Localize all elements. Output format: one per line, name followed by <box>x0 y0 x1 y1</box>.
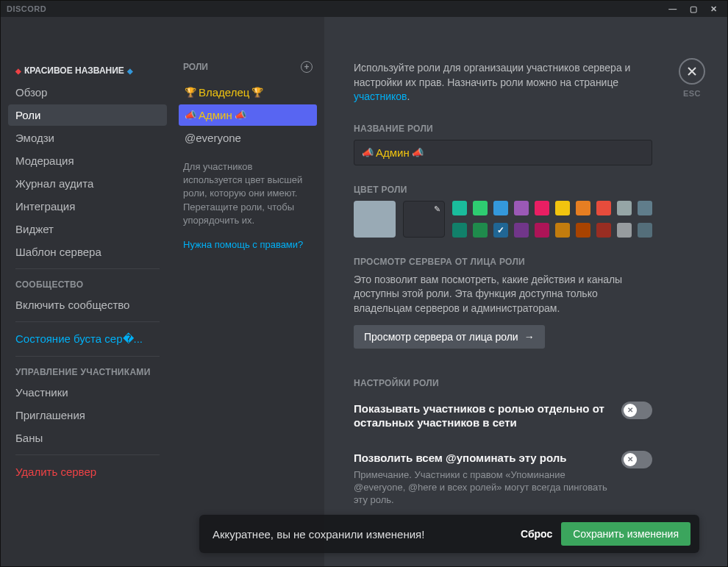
pencil-icon: ✎ <box>434 204 440 214</box>
setting-hoist-label: Показывать участников с ролью отдельно о… <box>354 402 621 430</box>
color-swatch[interactable] <box>473 223 488 238</box>
color-swatches-grid <box>452 201 652 238</box>
color-swatch[interactable] <box>555 201 570 215</box>
color-swatch[interactable] <box>473 201 488 215</box>
divider <box>15 356 160 357</box>
megaphone-icon: 📣 <box>412 147 424 158</box>
content: ◆ КРАСИВОЕ НАЗВАНИЕ ◆ Обзор Роли Эмодзи … <box>1 17 727 566</box>
role-color-picker: ✎ <box>354 201 652 238</box>
color-swatch[interactable] <box>576 223 590 238</box>
role-settings-panel: ESC Используйте роли для организации уча… <box>324 17 727 566</box>
sidebar-item-invites[interactable]: Приглашения <box>8 404 167 426</box>
color-swatch[interactable] <box>452 201 467 215</box>
color-swatch[interactable] <box>638 223 652 238</box>
color-swatch[interactable] <box>514 223 529 238</box>
role-name-input[interactable]: 📣 Админ 📣 <box>354 140 652 165</box>
sidebar-item-integrations[interactable]: Интеграция <box>8 196 167 217</box>
megaphone-icon: 📣 <box>362 147 374 158</box>
maximize-button[interactable]: ▢ <box>683 1 704 17</box>
roles-help-link[interactable]: Нужна помощь с правами? <box>179 239 317 250</box>
members-header: УПРАВЛЕНИЕ УЧАСТНИКАМИ <box>8 363 167 382</box>
sidebar-item-delete-server[interactable]: Удалить сервер <box>8 461 167 482</box>
setting-mentionable-label: Позволить всем @упоминать эту роль Приме… <box>354 451 621 507</box>
role-settings-header: НАСТРОЙКИ РОЛИ <box>354 378 698 388</box>
roles-intro-text: Используйте роли для организации участни… <box>354 61 698 104</box>
close-settings-button[interactable]: ESC <box>679 58 705 98</box>
color-swatch[interactable] <box>493 201 508 215</box>
color-swatch[interactable] <box>555 223 570 238</box>
roles-list-column: РОЛИ + 🏆 Владелец 🏆 📣 Админ 📣 @everyone … <box>171 17 324 566</box>
color-swatch[interactable] <box>493 223 508 238</box>
role-item-everyone[interactable]: @everyone <box>179 127 317 149</box>
color-swatch[interactable] <box>617 223 632 238</box>
setting-hoist-row: Показывать участников с ролью отдельно о… <box>354 402 652 430</box>
role-color-label: ЦВЕТ РОЛИ <box>354 185 698 195</box>
settings-sidebar: ◆ КРАСИВОЕ НАЗВАНИЕ ◆ Обзор Роли Эмодзи … <box>1 17 171 566</box>
trophy-icon: 🏆 <box>185 87 196 98</box>
color-swatch[interactable] <box>514 201 529 215</box>
sidebar-item-enable-community[interactable]: Включить сообщество <box>8 294 167 315</box>
sidebar-item-members[interactable]: Участники <box>8 382 167 403</box>
role-item-owner[interactable]: 🏆 Владелец 🏆 <box>179 82 317 103</box>
view-as-role-desc: Это позволит вам посмотреть, какие дейст… <box>354 273 652 316</box>
sidebar-item-boost-status[interactable]: Состояние буста сер�... <box>8 328 167 350</box>
arrow-right-icon: → <box>524 331 535 343</box>
sidebar-item-bans[interactable]: Баны <box>8 427 167 449</box>
window-controls: — ▢ ✕ <box>663 1 724 17</box>
close-window-button[interactable]: ✕ <box>704 1 724 17</box>
color-swatch[interactable] <box>596 201 611 215</box>
setting-mentionable-note: Примечание. Участники с правом «Упоминан… <box>354 469 613 507</box>
color-swatch[interactable] <box>576 201 590 215</box>
color-swatch[interactable] <box>617 201 632 215</box>
unsaved-changes-bar: Аккуратнее, вы не сохранили изменения! С… <box>199 515 699 553</box>
view-as-role-button[interactable]: Просмотр сервера от лица роли → <box>354 325 545 349</box>
reset-button[interactable]: Сброс <box>521 528 552 540</box>
megaphone-icon: 📣 <box>235 110 246 121</box>
divider <box>15 268 160 269</box>
roles-reorder-note: Для участников используется цвет высшей … <box>179 160 317 227</box>
role-name-label: НАЗВАНИЕ РОЛИ <box>354 124 698 134</box>
color-swatch[interactable] <box>596 223 611 238</box>
color-swatch[interactable] <box>452 223 467 238</box>
add-role-icon[interactable]: + <box>301 61 313 73</box>
sidebar-item-emoji[interactable]: Эмодзи <box>8 127 167 149</box>
sidebar-item-overview[interactable]: Обзор <box>8 82 167 103</box>
minimize-button[interactable]: — <box>663 1 683 17</box>
view-as-role-label: ПРОСМОТР СЕРВЕРА ОТ ЛИЦА РОЛИ <box>354 257 698 267</box>
unsaved-message: Аккуратнее, вы не сохранили изменения! <box>213 528 424 541</box>
diamond-icon: ◆ <box>127 67 133 75</box>
community-header: СООБЩЕСТВО <box>8 275 167 294</box>
sidebar-item-audit-log[interactable]: Журнал аудита <box>8 173 167 194</box>
color-swatch[interactable] <box>638 201 652 215</box>
sidebar-item-widget[interactable]: Виджет <box>8 218 167 240</box>
sidebar-item-roles[interactable]: Роли <box>8 104 167 126</box>
color-swatch[interactable] <box>535 223 549 238</box>
app-window: DISCORD — ▢ ✕ ◆ КРАСИВОЕ НАЗВАНИЕ ◆ Обзо… <box>0 0 728 567</box>
role-item-admin[interactable]: 📣 Админ 📣 <box>179 104 317 126</box>
setting-hoist-toggle[interactable] <box>621 402 652 419</box>
sidebar-item-template[interactable]: Шаблон сервера <box>8 241 167 263</box>
setting-mentionable-toggle[interactable] <box>621 451 652 468</box>
megaphone-icon: 📣 <box>185 110 196 121</box>
app-name: DISCORD <box>7 4 46 13</box>
roles-list-header: РОЛИ + <box>179 61 317 82</box>
diamond-icon: ◆ <box>15 67 21 75</box>
titlebar: DISCORD — ▢ ✕ <box>1 1 727 17</box>
color-preview-swatch[interactable] <box>354 201 396 238</box>
server-name-header: ◆ КРАСИВОЕ НАЗВАНИЕ ◆ <box>8 61 167 82</box>
color-swatch[interactable] <box>535 201 549 215</box>
close-icon <box>679 58 705 85</box>
save-changes-button[interactable]: Сохранить изменения <box>561 522 690 546</box>
setting-mentionable-row: Позволить всем @упоминать эту роль Приме… <box>354 451 652 507</box>
divider <box>15 321 160 322</box>
trophy-icon: 🏆 <box>251 87 263 98</box>
divider <box>15 454 160 455</box>
color-custom-picker[interactable]: ✎ <box>403 201 445 238</box>
members-link[interactable]: участников <box>354 90 407 102</box>
sidebar-item-moderation[interactable]: Модерация <box>8 150 167 171</box>
